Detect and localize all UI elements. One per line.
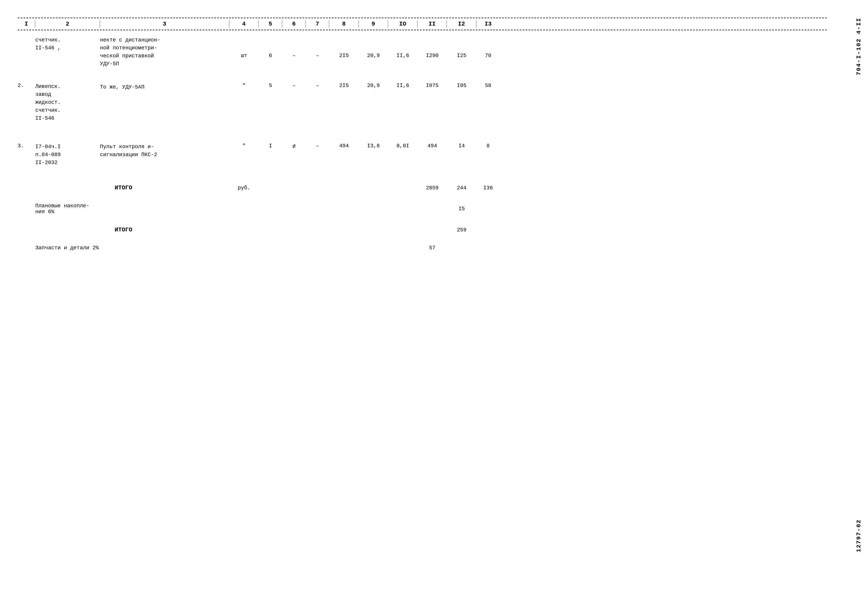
side-label-top: 704-I-102 4-II [856,18,862,75]
col-header-5: 5 [259,20,282,27]
row1-col2: счетчик. II-546 , [35,36,100,52]
row2-col3: То же, УДУ-5АП [100,83,229,91]
col-header-4: 4 [229,20,259,27]
itogo2-label: ИТОГО [18,226,229,233]
row3-col11: 494 [417,143,447,149]
zapchasti-row: Запчасти и детали 2% 57 [18,245,827,251]
row2-col5: 5 [259,83,282,88]
row2-col4: " [229,83,259,88]
table-content: счетчик. II-546 , некте с дистанцион- но… [18,36,827,251]
row1-col11: I290 [417,36,447,59]
row1-col13: 70 [476,36,500,59]
row1-col7: – [306,36,329,59]
row1-col4: шт [229,36,259,59]
zapchasti-col11: 57 [417,245,447,251]
col-header-10: IO [388,20,417,27]
col-header-9: 9 [359,20,388,27]
data-row-2: 2. Ливепск. завод жидкост. счетчик. II-5… [18,83,827,123]
col-header-1: I [18,20,35,27]
itogo1-col12: 244 [447,185,476,191]
row3-col8: 494 [329,143,359,149]
row1-col9: 20,9 [359,36,388,59]
itogo-row-2: ИТОГО 259 [18,226,827,233]
row1-col5: 6 [259,36,282,59]
row2-col7: – [306,83,329,88]
planovye-col12: I5 [447,206,476,212]
col-header-6: 6 [282,20,306,27]
planovye-row: Плановые накопле- ния 6% I5 [18,203,827,215]
data-row-3: 3. I7-04ч.I п.04-089 II-2032 Пульт контр… [18,143,827,167]
row2-col6: – [282,83,306,88]
page-container: 704-I-102 4-II 12797-02 I 2 3 4 5 6 7 8 … [0,0,868,611]
itogo1-col11: 2859 [417,185,447,191]
col-header-11: II [417,20,447,27]
row3-col12: I4 [447,143,476,149]
zapchasti-label: Запчасти и детали 2% [18,245,259,251]
col-header-13: I3 [476,20,500,27]
row3-col3: Пульт контроля и- сигнализации ПКС-2 [100,143,229,159]
row2-col13: 58 [476,83,500,88]
row3-col1: 3. [18,143,35,149]
data-row-1: счетчик. II-546 , некте с дистанцион- но… [18,36,827,68]
itogo-row-1: ИТОГО руб. 2859 244 I36 [18,185,827,191]
row1-col12: I25 [447,36,476,59]
row2-col11: I075 [417,83,447,88]
row3-col13: 8 [476,143,500,149]
planovye-label: Плановые накопле- ния 6% [18,203,259,215]
row3-col7: – [306,143,329,149]
row1-col8: 2I5 [329,36,359,59]
row2-col12: I05 [447,83,476,88]
row1-col6: – [282,36,306,59]
row2-col8: 2I5 [329,83,359,88]
itogo2-col12: 259 [447,227,476,233]
side-label-bottom: 12797-02 [856,519,862,552]
row3-col4: " [229,143,259,149]
header-row: I 2 3 4 5 6 7 8 9 IO II I2 I3 [18,18,827,30]
row2-col2: Ливепск. завод жидкост. счетчик. II-546 [35,83,100,123]
col-header-7: 7 [306,20,329,27]
col-header-8: 8 [329,20,359,27]
section-row3: 3. I7-04ч.I п.04-089 II-2032 Пульт контр… [18,143,827,167]
row2-col10: II,6 [388,83,417,88]
row2-col9: 20,9 [359,83,388,88]
row3-col9: I3,8 [359,143,388,149]
col-header-12: I2 [447,20,476,27]
row1-col3: некте с дистанцион- ной потенциометри- ч… [100,36,229,68]
row3-col10: 8,0I [388,143,417,149]
row1-col10: II,6 [388,36,417,59]
itogo1-label: ИТОГО [18,185,229,191]
itogo1-unit: руб. [229,185,259,191]
col-header-3: 3 [100,20,229,27]
row3-col5: I [259,143,282,149]
row3-col2: I7-04ч.I п.04-089 II-2032 [35,143,100,167]
itogo1-col13: I36 [476,185,500,191]
section-row2: 2. Ливепск. завод жидкост. счетчик. II-5… [18,83,827,123]
row2-col1: 2. [18,83,35,88]
row3-col6: ≠ [282,143,306,150]
col-header-2: 2 [35,20,100,27]
section-row1: счетчик. II-546 , некте с дистанцион- но… [18,36,827,68]
